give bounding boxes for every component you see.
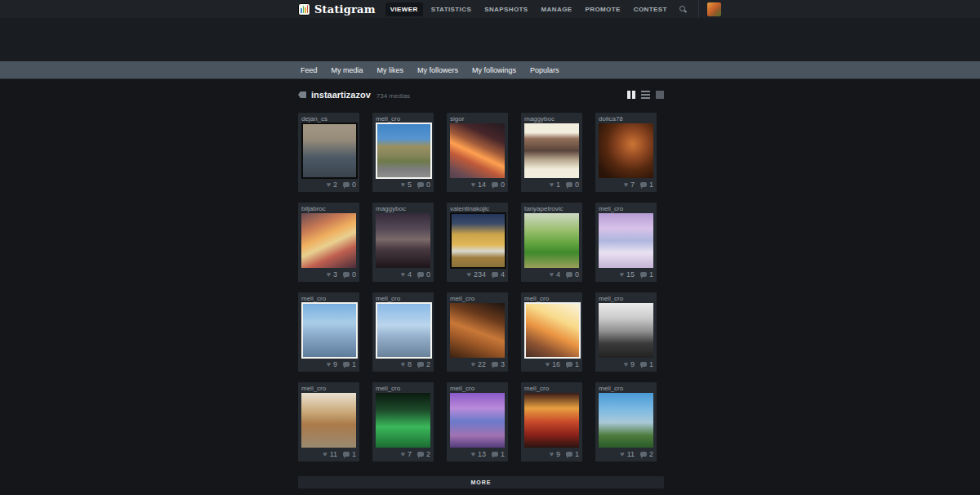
subnav-item-my-likes[interactable]: My likes: [377, 66, 404, 74]
subnav-item-my-followings[interactable]: My followings: [472, 66, 516, 74]
likes-icon: ♥: [401, 451, 405, 458]
media-thumbnail[interactable]: [376, 213, 430, 268]
likes-icon: ♥: [401, 361, 405, 368]
comments-count: 4: [501, 271, 505, 279]
media-username[interactable]: mell_cro: [599, 204, 653, 213]
comments-count: 1: [501, 451, 505, 458]
likes-count: 2: [333, 181, 337, 189]
media-username[interactable]: mell_cro: [524, 384, 579, 393]
media-thumbnail[interactable]: [599, 393, 653, 448]
media-thumbnail[interactable]: [301, 302, 358, 359]
media-card: maggyboc ♥ 4 0: [372, 203, 434, 282]
menu-item-snapshots[interactable]: SNAPSHOTS: [479, 2, 532, 16]
media-thumbnail[interactable]: [376, 123, 432, 179]
menu-item-contest[interactable]: CONTEST: [629, 2, 672, 16]
media-username[interactable]: tanyapetrovic: [524, 204, 579, 213]
media-thumbnail[interactable]: [301, 393, 356, 448]
likes-icon: ♥: [550, 271, 554, 279]
media-thumbnail[interactable]: [599, 213, 653, 268]
likes-icon: ♥: [546, 361, 550, 368]
brand-logo[interactable]: Statigram: [298, 3, 376, 16]
media-thumbnail[interactable]: [450, 303, 505, 358]
subnav-item-feed[interactable]: Feed: [301, 66, 318, 74]
media-username[interactable]: mell_cro: [450, 384, 505, 393]
topbar-divider: [698, 0, 699, 18]
media-thumbnail[interactable]: [524, 213, 579, 268]
comments-icon: [640, 362, 647, 367]
view-toggles: [627, 91, 664, 99]
media-thumbnail[interactable]: [524, 302, 581, 359]
subnav-item-my-media[interactable]: My media: [332, 66, 363, 74]
brand-name: Statigram: [314, 3, 376, 16]
search-button[interactable]: [672, 0, 693, 18]
comments-icon: [343, 272, 350, 277]
menu-item-statistics[interactable]: STATISTICS: [426, 2, 476, 16]
media-username[interactable]: maggyboc: [376, 204, 430, 213]
comments-icon: [417, 272, 424, 277]
comments-icon: [566, 452, 572, 457]
subnav-item-my-followers[interactable]: My followers: [417, 66, 458, 74]
comments-count: 1: [352, 451, 356, 458]
media-username[interactable]: mell_cro: [599, 384, 653, 393]
subnav-item-populars[interactable]: Populars: [530, 66, 559, 74]
media-card: mell_cro ♥ 11 1: [298, 382, 359, 462]
likes-count: 9: [556, 451, 560, 458]
user-avatar[interactable]: [707, 2, 721, 16]
media-username[interactable]: mell_cro: [599, 294, 653, 303]
media-username[interactable]: mell_cro: [376, 384, 430, 393]
comments-count: 1: [649, 361, 653, 368]
media-thumbnail[interactable]: [524, 393, 579, 448]
media-thumbnail[interactable]: [450, 393, 505, 448]
media-card: tanyapetrovic ♥ 4 0: [521, 203, 582, 282]
likes-count: 7: [630, 181, 635, 189]
media-thumbnail[interactable]: [599, 303, 653, 358]
menu-item-manage[interactable]: MANAGE: [537, 2, 577, 16]
comments-count: 2: [426, 361, 430, 368]
media-username[interactable]: dolica78: [599, 114, 653, 123]
page-title-username: instaartizazov: [311, 90, 371, 100]
media-thumbnail[interactable]: [376, 393, 430, 448]
media-card: mell_cro ♥ 9 1: [521, 382, 582, 462]
media-thumbnail[interactable]: [376, 302, 432, 359]
media-thumbnail[interactable]: [301, 213, 356, 268]
likes-icon: ♥: [327, 181, 331, 189]
comments-icon: [640, 272, 647, 277]
likes-icon: ♥: [550, 181, 554, 189]
media-thumbnail[interactable]: [599, 123, 653, 178]
comments-icon: [492, 182, 498, 187]
media-stats: ♥ 16 1: [524, 359, 579, 370]
tag-icon: [298, 91, 306, 98]
media-card: mell_cro ♥ 9 1: [298, 292, 359, 372]
media-card: biljabroc ♥ 3 0: [298, 203, 359, 282]
list-view-toggle[interactable]: [641, 91, 650, 99]
likes-icon: ♥: [323, 451, 327, 458]
menu-item-viewer[interactable]: VIEWER: [385, 2, 423, 16]
media-card: mell_cro ♥ 15 1: [595, 203, 657, 282]
likes-icon: ♥: [624, 361, 628, 368]
likes-icon: ♥: [471, 361, 475, 368]
media-thumbnail[interactable]: [524, 123, 579, 178]
likes-icon: ♥: [620, 271, 624, 279]
menu-item-promote[interactable]: PROMOTE: [581, 2, 626, 16]
comments-icon: [343, 452, 350, 457]
barchart-logo-icon: [298, 3, 310, 16]
comments-count: 1: [649, 181, 653, 189]
media-thumbnail[interactable]: [450, 212, 506, 269]
likes-icon: ♥: [327, 271, 331, 279]
likes-count: 22: [478, 361, 486, 368]
more-button[interactable]: MORE: [298, 476, 664, 488]
comments-count: 1: [575, 451, 579, 458]
media-stats: ♥ 234 4: [450, 269, 505, 280]
media-username[interactable]: mell_cro: [301, 384, 356, 393]
grid-view-toggle[interactable]: [656, 91, 664, 99]
large-view-toggle[interactable]: [627, 91, 635, 99]
media-thumbnail[interactable]: [450, 123, 505, 178]
media-username[interactable]: maggyboc: [524, 114, 579, 123]
media-thumbnail[interactable]: [301, 123, 358, 179]
likes-icon: ♥: [327, 361, 331, 368]
likes-count: 13: [478, 451, 486, 458]
media-stats: ♥ 4 0: [524, 269, 579, 280]
media-username[interactable]: biljabroc: [301, 204, 356, 213]
media-username[interactable]: mell_cro: [450, 294, 505, 303]
media-username[interactable]: sigor: [450, 114, 505, 123]
